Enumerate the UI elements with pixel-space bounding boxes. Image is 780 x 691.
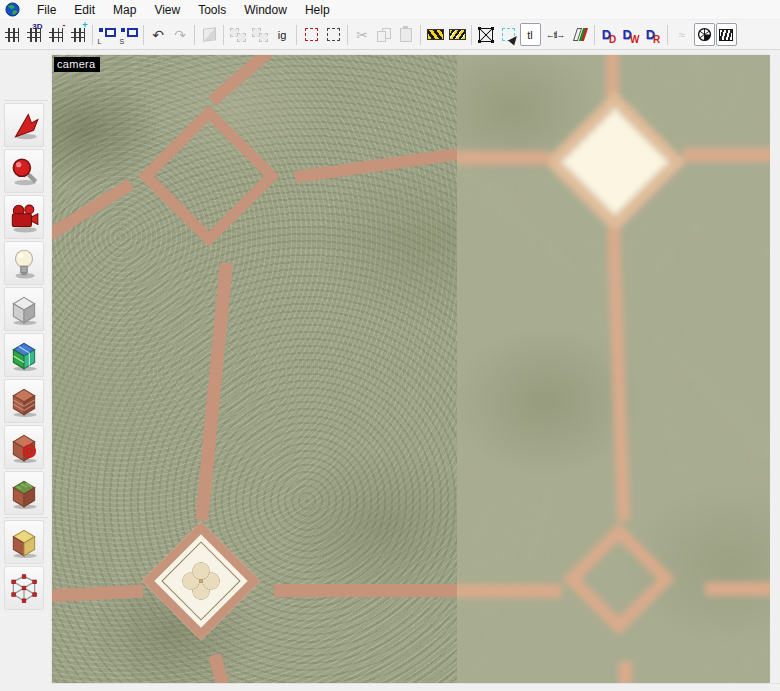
load-window-state-button[interactable]: L: [97, 23, 118, 46]
toolbar-separator: [667, 25, 668, 45]
larger-grid-button[interactable]: +: [68, 23, 89, 46]
flower-motif: [177, 557, 225, 605]
tool-clipping-button[interactable]: [4, 471, 44, 515]
main-area: camera: [52, 51, 780, 691]
content-area: camera: [0, 51, 780, 691]
selection-arrow-icon: [7, 108, 41, 142]
tool-entity-button[interactable]: [4, 241, 44, 285]
tool-apply-current-texture-button[interactable]: [4, 379, 44, 423]
carve-button[interactable]: [199, 23, 220, 46]
menu-help[interactable]: Help: [296, 1, 339, 19]
texture-stripes-icon: [719, 29, 733, 41]
save-window-state-button[interactable]: S: [119, 23, 140, 46]
texture-cube-icon: [7, 338, 41, 372]
hide-selected-button[interactable]: [301, 23, 322, 46]
toolbar-separator: [347, 25, 348, 45]
copy-button[interactable]: [374, 23, 395, 46]
ungroup-icon: [252, 28, 268, 42]
viewport-type-label[interactable]: camera: [54, 57, 100, 72]
auto-select-icon: [502, 28, 515, 41]
smaller-grid-button[interactable]: -: [46, 23, 67, 46]
clipped-cube-icon: [7, 476, 41, 510]
auto-select-button[interactable]: [498, 23, 519, 46]
ungroup-button[interactable]: [250, 23, 271, 46]
magnifier-icon: [7, 154, 41, 188]
jack-editor-window: { "menu": { "items": ["File", "Edit", "M…: [0, 0, 780, 691]
tool-texture-application-button[interactable]: [4, 333, 44, 377]
menu-tools[interactable]: Tools: [189, 1, 235, 19]
floor-texture-far: [457, 55, 770, 683]
redo-button[interactable]: ↷: [170, 23, 191, 46]
toolbar-separator: [143, 25, 144, 45]
toolbar-separator: [92, 25, 93, 45]
menu-window[interactable]: Window: [235, 1, 296, 19]
edit-cordon-button[interactable]: [447, 23, 468, 46]
morph-button[interactable]: ≈: [672, 23, 693, 46]
paste-icon: [400, 28, 412, 42]
run-dw-button[interactable]: DW: [621, 23, 642, 46]
texture-scale-lock-button[interactable]: ←tl→: [542, 23, 569, 46]
hide-unselected-button[interactable]: [323, 23, 344, 46]
group-button[interactable]: [228, 23, 249, 46]
camera-icon: [7, 200, 41, 234]
paste-button[interactable]: [396, 23, 417, 46]
menu-file[interactable]: File: [28, 1, 65, 19]
menu-edit[interactable]: Edit: [65, 1, 104, 19]
carve-icon: [203, 27, 216, 41]
grout-line: [208, 55, 273, 106]
tools-sidebar: [0, 51, 52, 691]
cordon-button[interactable]: [425, 23, 446, 46]
grout-line: [683, 148, 770, 162]
toggle-3d-grid-button[interactable]: 3D: [24, 23, 45, 46]
textured-view-button[interactable]: [716, 23, 737, 46]
run-dr-icon: DR: [646, 25, 661, 45]
camera-3d-viewport[interactable]: camera: [52, 55, 770, 683]
grout-line: [208, 653, 232, 683]
tool-path-button[interactable]: [4, 566, 44, 610]
toggle-grid-button[interactable]: [2, 23, 23, 46]
texture-lock-icon: tl: [527, 29, 533, 41]
sidebar-divider: [4, 100, 48, 101]
shaded-sphere-icon: [697, 27, 712, 42]
grout-line: [457, 151, 550, 165]
shaded-view-button[interactable]: [694, 23, 715, 46]
texture-lock-button[interactable]: tl: [520, 23, 541, 46]
undo-button[interactable]: ↶: [148, 23, 169, 46]
grid-icon: [5, 28, 19, 42]
menu-map[interactable]: Map: [104, 1, 145, 19]
block-cube-icon: [7, 292, 41, 326]
sidebar-divider: [4, 517, 48, 518]
run-dr-button[interactable]: DR: [643, 23, 664, 46]
undo-icon: ↶: [152, 28, 164, 42]
tool-block-button[interactable]: [4, 287, 44, 331]
grout-line: [457, 584, 562, 598]
floor-texture-far-blur: [457, 55, 770, 683]
flip-objects-button[interactable]: [570, 23, 591, 46]
grout-line: [705, 582, 770, 596]
ignore-groups-button[interactable]: ig: [272, 23, 293, 46]
toolbar-separator: [194, 25, 195, 45]
grout-line: [195, 262, 233, 520]
menu-bar: File Edit Map View Tools Window Help: [0, 0, 780, 20]
edit-cordon-icon: [449, 29, 466, 40]
tool-selection-button[interactable]: [4, 103, 44, 147]
toolbar-separator: [296, 25, 297, 45]
grout-diamond-outline: [562, 522, 675, 635]
select-by-handles-button[interactable]: [476, 23, 497, 46]
flower-diamond-tile: [142, 522, 261, 641]
tool-apply-decals-button[interactable]: [4, 425, 44, 469]
tool-vertex-button[interactable]: [4, 520, 44, 564]
grout-diamond-outline: [138, 105, 279, 246]
tool-magnify-button[interactable]: [4, 149, 44, 193]
lightbulb-icon: [7, 246, 41, 280]
load-window-state-icon: L: [99, 28, 116, 42]
grout-line: [52, 179, 134, 242]
floor-texture-near: [52, 55, 457, 683]
run-dd-button[interactable]: DD: [599, 23, 620, 46]
tool-camera-button[interactable]: [4, 195, 44, 239]
white-diamond-tile: [544, 91, 685, 232]
cut-button[interactable]: ✂: [352, 23, 373, 46]
hide-unselected-icon: [327, 28, 340, 41]
grid-smaller-icon: [49, 28, 63, 42]
menu-view[interactable]: View: [145, 1, 189, 19]
